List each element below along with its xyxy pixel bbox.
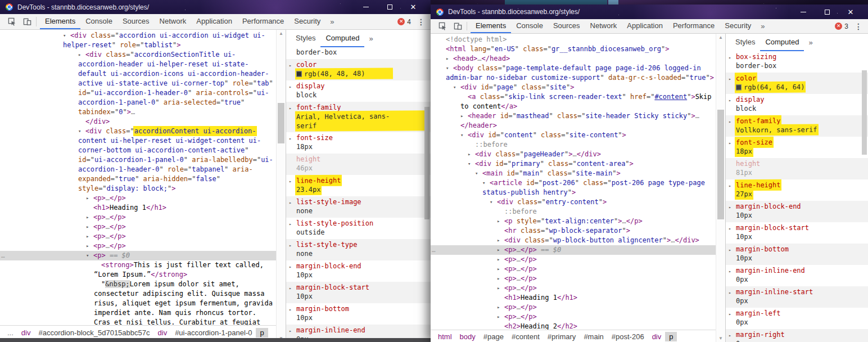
- expand-arrow-icon[interactable]: ▾: [78, 127, 85, 136]
- expand-arrow-icon[interactable]: ▸: [497, 312, 504, 322]
- expand-arrow-icon[interactable]: ▸: [497, 217, 504, 226]
- expand-arrow-icon[interactable]: ▾: [475, 169, 482, 178]
- dom-tree-node[interactable]: ▾<article id="post-206" class="post-206 …: [431, 178, 716, 197]
- dom-tree-node[interactable]: ▸<p style="text-align:center">…</p>: [431, 217, 716, 226]
- dom-tree-node[interactable]: <h2>Heading 2</h2>: [431, 322, 716, 330]
- computed-property[interactable]: ▸margin-inline-end0px: [726, 265, 868, 286]
- computed-property[interactable]: ▸font-familyVollkorn, sans-serif: [726, 115, 868, 137]
- breadcrumb-item[interactable]: div: [154, 328, 171, 338]
- expand-arrow-icon[interactable]: ▸: [86, 232, 93, 241]
- breadcrumb-item[interactable]: div: [648, 332, 666, 341]
- expand-arrow-icon[interactable]: ▾: [490, 197, 497, 207]
- more-tabs-chevron[interactable]: »: [756, 19, 769, 33]
- expand-arrow-icon[interactable]: ▸: [497, 245, 504, 255]
- scrollbar-thumb[interactable]: [424, 107, 430, 219]
- expand-arrow-icon[interactable]: ▾: [468, 159, 475, 169]
- close-button[interactable]: ✕: [839, 6, 862, 18]
- computed-property[interactable]: ▸font-size18px: [726, 137, 868, 158]
- tab-sources[interactable]: Sources: [117, 14, 155, 29]
- expand-arrow-icon[interactable]: ▸: [497, 236, 504, 245]
- expand-arrow-icon[interactable]: ▸: [497, 255, 504, 264]
- expand-arrow-icon[interactable]: ▸: [729, 53, 731, 62]
- expand-arrow-icon[interactable]: ▾: [63, 31, 70, 40]
- computed-property[interactable]: ▸list-style-typenone: [286, 239, 431, 260]
- computed-property[interactable]: ▸displayblock: [726, 94, 868, 115]
- expand-arrow-icon[interactable]: ▸: [497, 303, 504, 312]
- dom-tree-node[interactable]: "&nbsp;Lorem ipsum dolor sit amet, conse…: [0, 280, 276, 325]
- breadcrumb-item[interactable]: #page: [480, 332, 508, 341]
- elements-scrollbar[interactable]: ▲ ▼: [716, 34, 725, 342]
- dom-tree-node[interactable]: ▸<p>…</p>: [0, 232, 276, 241]
- dom-tree-node[interactable]: ▾<div id="page" class="site">: [431, 83, 716, 92]
- expand-arrow-icon[interactable]: ▸: [729, 246, 731, 255]
- dom-tree-node[interactable]: <h1>Heading 1</h1>: [0, 203, 276, 213]
- dom-tree-node[interactable]: ▸<p>…</p>: [431, 284, 716, 293]
- expand-arrow-icon[interactable]: ▸: [289, 241, 292, 250]
- dom-tree-node[interactable]: ▾<main id="main" class="site-main">: [431, 169, 716, 178]
- expand-arrow-icon[interactable]: ▸: [729, 118, 731, 127]
- expand-arrow-icon[interactable]: ▸: [497, 274, 504, 284]
- breadcrumb-item[interactable]: #ui-accordion-1-panel-0: [171, 328, 256, 338]
- dom-tree-node[interactable]: <html lang="en-US" class="gr__stannbb_di…: [431, 44, 716, 54]
- expand-arrow-icon[interactable]: ▾: [446, 64, 453, 73]
- tab-console[interactable]: Console: [80, 14, 117, 29]
- computed-property[interactable]: ▸margin-inline-start0px: [726, 286, 868, 308]
- tab-security[interactable]: Security: [289, 14, 326, 29]
- title-bar[interactable]: DevTools - stannbb.diocesanweb.org/style…: [431, 4, 868, 19]
- dom-tree-node[interactable]: ▸<div class="pageHeader">…</div>: [431, 150, 716, 159]
- computed-property[interactable]: ▸box-sizingborder-box: [726, 51, 868, 73]
- dom-tree-node[interactable]: ▸<p>…</p>: [431, 255, 716, 264]
- elements-scrollbar[interactable]: ▲ ▼: [276, 30, 286, 342]
- expand-arrow-icon[interactable]: ▸: [289, 305, 292, 314]
- dom-tree-node[interactable]: <strong>This is just filler text called,…: [0, 260, 276, 280]
- dom-tree-node[interactable]: <a class="skip-link screen-reader-text" …: [431, 92, 716, 111]
- dom-tree-node[interactable]: ▸<p>…</p>: [431, 303, 716, 312]
- computed-property[interactable]: height46px: [286, 154, 431, 175]
- scrollbar-thumb[interactable]: [278, 103, 284, 143]
- expand-arrow-icon[interactable]: ▸: [86, 194, 93, 203]
- dom-tree-node[interactable]: ▾<div class="accordionContent ui-accordi…: [0, 127, 276, 194]
- dom-tree-node[interactable]: ▸<p>…</p>: [431, 312, 716, 322]
- tab-security[interactable]: Security: [720, 19, 756, 33]
- scroll-up-icon[interactable]: ▲: [277, 31, 286, 36]
- computed-property[interactable]: ▸margin-block-end10px: [726, 201, 868, 222]
- computed-property[interactable]: ▸box-sizingborder-box: [286, 47, 431, 59]
- dom-tree-node[interactable]: …▾<p> == $0: [0, 251, 276, 260]
- expand-arrow-icon[interactable]: ▸: [497, 284, 504, 293]
- tab-performance[interactable]: Performance: [237, 14, 289, 29]
- breadcrumb-item[interactable]: #primary: [544, 332, 580, 341]
- inspect-element-icon[interactable]: [435, 19, 450, 33]
- expand-arrow-icon[interactable]: ▸: [289, 177, 292, 186]
- tab-elements[interactable]: Elements: [40, 14, 80, 29]
- expand-arrow-icon[interactable]: ▸: [289, 220, 292, 229]
- expand-arrow-icon[interactable]: ▸: [729, 75, 731, 84]
- dom-tree-node[interactable]: ▸<p>…</p>: [431, 264, 716, 274]
- kebab-menu-icon[interactable]: ⋮: [852, 22, 865, 31]
- expand-arrow-icon[interactable]: ▸: [86, 213, 93, 222]
- collapsed-ancestors-ellipsis[interactable]: …: [432, 245, 436, 255]
- computed-property[interactable]: ▸margin-block-start10px: [726, 222, 868, 244]
- dom-tree-node[interactable]: ▾<div class="accordion ui-accordion ui-w…: [0, 31, 276, 50]
- dom-tree-node[interactable]: ▸<p>…</p>: [0, 222, 276, 232]
- tab-computed[interactable]: Computed: [760, 34, 804, 51]
- dom-tree-node[interactable]: ▸<p>…</p>: [0, 213, 276, 222]
- tab-elements[interactable]: Elements: [471, 19, 511, 33]
- tab-network[interactable]: Network: [585, 19, 622, 33]
- maximize-button[interactable]: [815, 6, 839, 18]
- computed-property[interactable]: ▸colorrgb(64, 64, 64): [726, 73, 868, 94]
- dom-tree-node[interactable]: <hr class="wp-block-separator">: [431, 226, 716, 236]
- dom-tree-node[interactable]: </div>: [0, 117, 276, 127]
- dom-tree-node[interactable]: ▸<div class="accordionSectionTitle ui-ac…: [0, 50, 276, 117]
- breadcrumb-item[interactable]: div: [17, 328, 35, 338]
- computed-property[interactable]: ▸margin-block-start10px: [286, 282, 431, 303]
- computed-property[interactable]: ▸list-style-imagenone: [286, 196, 431, 218]
- dom-tree-node[interactable]: <!doctype html>: [431, 35, 716, 44]
- expand-arrow-icon[interactable]: ▾: [453, 83, 460, 92]
- kebab-menu-icon[interactable]: ⋮: [415, 17, 427, 26]
- computed-property[interactable]: ▸displayblock: [286, 80, 431, 102]
- device-toolbar-icon[interactable]: [450, 19, 465, 33]
- computed-property[interactable]: ▸list-style-positionoutside: [286, 218, 431, 239]
- expand-arrow-icon[interactable]: ▸: [86, 241, 93, 251]
- expand-arrow-icon[interactable]: ▸: [289, 83, 292, 92]
- dom-tree-node[interactable]: ▾<div id="content" class="site-content">: [431, 130, 716, 140]
